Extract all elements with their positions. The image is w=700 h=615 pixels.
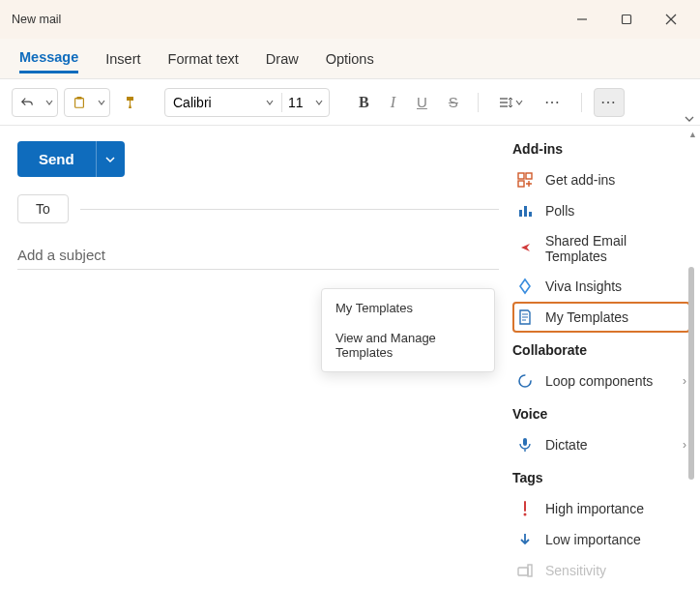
- addin-label: Shared Email Templates: [545, 233, 686, 264]
- tab-format-text[interactable]: Format text: [168, 45, 239, 73]
- addins-icon: [516, 171, 534, 189]
- tab-message[interactable]: Message: [19, 44, 78, 73]
- tag-high-importance[interactable]: High importance: [512, 493, 690, 524]
- addin-label: Viva Insights: [545, 278, 622, 294]
- font-select[interactable]: Calibri: [165, 88, 281, 117]
- maximize-button[interactable]: [617, 10, 636, 29]
- high-icon: [516, 500, 534, 517]
- font-size-select[interactable]: 11: [282, 95, 329, 110]
- undo-button[interactable]: [13, 88, 42, 117]
- viva-icon: [516, 278, 534, 295]
- svg-rect-13: [524, 206, 527, 217]
- svg-rect-1: [623, 15, 631, 24]
- addin-label: Polls: [545, 203, 574, 219]
- ribbon-collapse-button[interactable]: [685, 114, 694, 124]
- tab-options[interactable]: Options: [326, 45, 374, 73]
- font-size: 11: [288, 95, 304, 110]
- toolbar: Calibri 11 B I U S ⋯ ⋯: [0, 79, 700, 126]
- addin-viva-insights[interactable]: Viva Insights: [512, 271, 690, 302]
- font-name: Calibri: [173, 95, 212, 110]
- voice-label: Dictate: [545, 437, 588, 453]
- mic-icon: [516, 436, 534, 454]
- addin-label: Get add-ins: [545, 172, 615, 188]
- svg-rect-16: [523, 438, 527, 446]
- minimize-button[interactable]: [572, 10, 592, 29]
- line-spacing-button[interactable]: [490, 88, 531, 117]
- polls-icon: [516, 202, 534, 220]
- undo-group: [12, 88, 58, 117]
- menu-my-templates[interactable]: My Templates: [322, 293, 494, 323]
- svg-rect-5: [76, 96, 81, 99]
- tag-label: Sensitivity: [545, 563, 606, 578]
- paste-button[interactable]: [65, 88, 94, 117]
- chevron-right-icon: ›: [683, 374, 686, 388]
- svg-rect-11: [518, 181, 524, 187]
- format-painter-button[interactable]: [116, 88, 147, 117]
- paste-group: [64, 88, 110, 117]
- window-title: New mail: [12, 13, 61, 26]
- addin-get-addins[interactable]: Get add-ins: [512, 164, 690, 195]
- tab-draw[interactable]: Draw: [266, 45, 299, 73]
- paste-dropdown[interactable]: [94, 88, 109, 117]
- collab-loop[interactable]: Loop components ›: [512, 366, 690, 396]
- more-formatting-button[interactable]: ⋯: [537, 88, 569, 117]
- menu-view-manage-templates[interactable]: View and Manage Templates: [322, 323, 494, 367]
- addin-polls[interactable]: Polls: [512, 195, 690, 226]
- sensitivity-icon: [516, 562, 534, 579]
- tag-label: High importance: [545, 501, 644, 516]
- underline-button[interactable]: U: [409, 88, 435, 117]
- side-panel: Add-ins Get add-ins Polls Shared Email T…: [499, 126, 694, 609]
- to-button[interactable]: To: [17, 194, 69, 223]
- undo-dropdown[interactable]: [42, 88, 57, 117]
- svg-point-15: [519, 375, 531, 387]
- chevron-right-icon: ›: [683, 438, 686, 452]
- svg-rect-18: [518, 568, 528, 575]
- window-controls: [572, 10, 688, 29]
- tab-insert[interactable]: Insert: [105, 45, 140, 73]
- font-controls: Calibri 11: [164, 88, 330, 117]
- low-icon: [516, 531, 534, 548]
- ribbon-tabs: Message Insert Format text Draw Options: [0, 39, 700, 79]
- send-dropdown[interactable]: [96, 141, 125, 177]
- addin-shared-templates[interactable]: Shared Email Templates: [512, 226, 690, 271]
- section-addins-heading: Add-ins: [512, 141, 690, 157]
- loop-icon: [516, 372, 534, 390]
- strike-button[interactable]: S: [441, 88, 466, 117]
- collab-label: Loop components: [545, 373, 653, 389]
- svg-rect-4: [75, 98, 84, 107]
- addin-label: My Templates: [545, 309, 628, 325]
- svg-point-17: [524, 513, 527, 516]
- titlebar: New mail: [0, 0, 700, 39]
- section-voice-heading: Voice: [512, 406, 690, 422]
- context-menu: My Templates View and Manage Templates: [321, 288, 495, 372]
- italic-button[interactable]: I: [383, 88, 403, 117]
- tag-label: Low importance: [545, 532, 641, 547]
- section-tags-heading: Tags: [512, 470, 690, 485]
- bold-button[interactable]: B: [351, 88, 377, 117]
- svg-rect-9: [518, 173, 524, 179]
- scrollbar-thumb[interactable]: [688, 267, 694, 480]
- svg-rect-12: [519, 210, 522, 217]
- svg-rect-19: [528, 565, 532, 576]
- close-button[interactable]: [661, 10, 681, 29]
- svg-rect-10: [526, 173, 532, 179]
- tag-low-importance[interactable]: Low importance: [512, 524, 690, 555]
- more-commands-button[interactable]: ⋯: [594, 88, 625, 117]
- svg-rect-14: [529, 212, 532, 217]
- addin-my-templates[interactable]: My Templates: [512, 302, 690, 333]
- voice-dictate[interactable]: Dictate ›: [512, 429, 690, 460]
- section-collaborate-heading: Collaborate: [512, 342, 690, 358]
- send-button[interactable]: Send: [17, 141, 96, 177]
- mytemplates-icon: [516, 308, 534, 326]
- tag-sensitivity: Sensitivity: [512, 555, 690, 586]
- shared-icon: [516, 240, 534, 257]
